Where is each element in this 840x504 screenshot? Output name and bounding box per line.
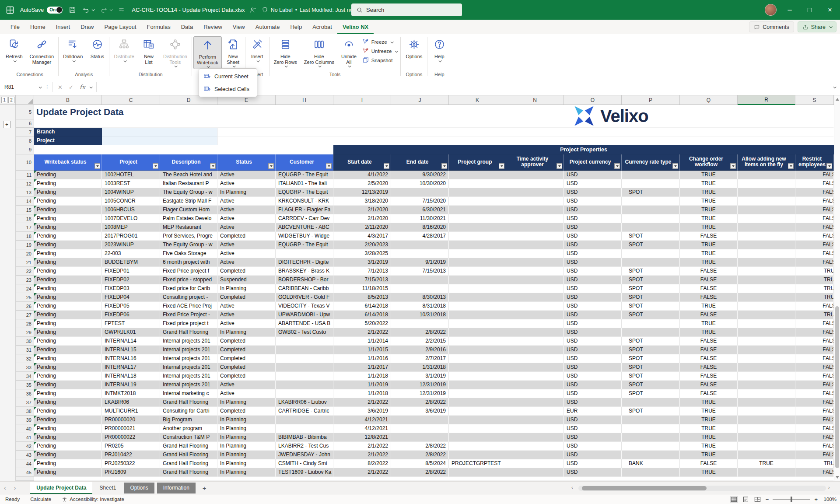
cell-description[interactable]: Consulting for Cartri bbox=[160, 407, 217, 416]
cell-customer[interactable]: UPWARDMOBI - Upw bbox=[276, 311, 333, 319]
cell-time-activity-approver[interactable] bbox=[506, 372, 564, 381]
cell-project[interactable]: INTERNAL16 bbox=[102, 354, 160, 363]
cell-project-group[interactable] bbox=[449, 284, 506, 293]
cell-customer[interactable] bbox=[276, 337, 333, 346]
cell-status[interactable]: In Planning bbox=[217, 416, 276, 424]
table-header-end-date[interactable]: End date bbox=[391, 154, 449, 171]
cell-status[interactable]: Completed bbox=[217, 346, 276, 354]
cell-project[interactable]: FIXEDP01 bbox=[102, 267, 160, 276]
column-header-N[interactable]: N bbox=[506, 95, 564, 105]
cell-change-order[interactable]: TRUE bbox=[680, 214, 738, 223]
cell-status[interactable]: In Planning bbox=[217, 433, 276, 442]
name-box[interactable]: R81 bbox=[2, 81, 44, 93]
cell-change-order[interactable]: TRUE bbox=[680, 171, 738, 179]
cell-start-date[interactable]: 3/6/2019 bbox=[333, 407, 391, 416]
cell-project[interactable]: INTERNAL18 bbox=[102, 372, 160, 381]
cell-writeback[interactable]: Pending bbox=[34, 459, 102, 468]
cell-start-date[interactable]: 7/1/2013 bbox=[333, 267, 391, 276]
cell-project[interactable]: FIXEDP05 bbox=[102, 302, 160, 311]
cell-start-date[interactable]: 1/1/2019 bbox=[333, 381, 391, 389]
cell-description[interactable]: Fixed price for Carib bbox=[160, 284, 217, 293]
cell-start-date[interactable]: 3/18/2020 bbox=[333, 197, 391, 206]
ribbon-button-status[interactable]: Status bbox=[87, 36, 108, 60]
table-header-restrict-employees[interactable]: Restrict employees bbox=[795, 154, 834, 171]
cell-start-date[interactable]: 4/1/2022 bbox=[333, 171, 391, 179]
cell-restrict[interactable]: FALSE bbox=[795, 214, 834, 223]
table-header-change-order-workflow[interactable]: Change order workflow bbox=[680, 154, 738, 171]
cell-empty[interactable] bbox=[34, 119, 834, 128]
cell-allow-new[interactable] bbox=[738, 293, 795, 302]
redo-icon[interactable] bbox=[100, 6, 112, 14]
column-header-C[interactable]: C bbox=[102, 95, 160, 105]
cell-project[interactable]: FIXEDP06 bbox=[102, 311, 160, 319]
cell-time-activity-approver[interactable] bbox=[506, 459, 564, 468]
cell-description[interactable]: Another program bbox=[160, 424, 217, 433]
cell-status[interactable]: Completed bbox=[217, 337, 276, 346]
tab-insert[interactable]: Insert bbox=[51, 20, 76, 34]
filter-button[interactable] bbox=[326, 163, 332, 169]
cell-status[interactable]: Active bbox=[217, 197, 276, 206]
cell-rate-type[interactable]: SPOT bbox=[622, 337, 680, 346]
cell-start-date[interactable]: 12/8/2021 bbox=[333, 433, 391, 442]
cell-currency[interactable]: USD bbox=[564, 363, 622, 372]
cell-empty[interactable] bbox=[217, 128, 834, 136]
cell-project-group[interactable] bbox=[449, 389, 506, 398]
table-header-description[interactable]: Description bbox=[160, 154, 217, 171]
cell-start-date[interactable]: 1/1/2017 bbox=[333, 363, 391, 372]
cell-start-date[interactable]: 1/1/2015 bbox=[333, 346, 391, 354]
cell-restrict[interactable]: FALSE bbox=[795, 171, 834, 179]
ribbon-button-perform-writeback[interactable]: Perform Writeback bbox=[193, 36, 222, 69]
cell-description[interactable]: Big Program bbox=[160, 416, 217, 424]
cell-customer[interactable]: BRASSKEY - Brass K bbox=[276, 267, 333, 276]
cell-time-activity-approver[interactable] bbox=[506, 328, 564, 337]
cell-start-date[interactable]: 2/1/2022 bbox=[333, 442, 391, 451]
cell-project[interactable]: MULTICURR1 bbox=[102, 407, 160, 416]
cell-project[interactable]: PRJ1609 bbox=[102, 468, 160, 477]
cell-allow-new[interactable] bbox=[738, 311, 795, 319]
cell-description[interactable]: Construction T&M P bbox=[160, 433, 217, 442]
cell-project[interactable]: FPTEST bbox=[102, 319, 160, 328]
cell-allow-new[interactable] bbox=[738, 363, 795, 372]
cell-currency[interactable]: USD bbox=[564, 346, 622, 354]
cell-start-date[interactable]: 2/20/2023 bbox=[333, 241, 391, 249]
filter-button[interactable] bbox=[730, 163, 736, 169]
cell-customer[interactable]: CSMITH - Cindy Smi bbox=[276, 459, 333, 468]
filter-button[interactable] bbox=[268, 163, 274, 169]
cell-allow-new[interactable] bbox=[738, 171, 795, 179]
table-header-currency-rate-type[interactable]: Currency rate type bbox=[622, 154, 680, 171]
cell-allow-new[interactable] bbox=[738, 241, 795, 249]
cell-status[interactable]: Active bbox=[217, 171, 276, 179]
cell-currency[interactable]: USD bbox=[564, 354, 622, 363]
outline-expand-button[interactable]: + bbox=[3, 121, 10, 128]
cell-description[interactable]: Fixed ACE Price Proj bbox=[160, 302, 217, 311]
zoom-out-button[interactable]: − bbox=[766, 496, 769, 503]
cell-project[interactable]: INTERNAL19 bbox=[102, 381, 160, 389]
cell-description[interactable]: Consulting project - bbox=[160, 293, 217, 302]
cell-end-date[interactable]: 2/8/2022 bbox=[391, 451, 449, 459]
cell-end-date[interactable]: 2/2/2015 bbox=[391, 337, 449, 346]
cell-project[interactable]: BUDGETBYM bbox=[102, 258, 160, 267]
row-header-28[interactable]: 28 bbox=[16, 319, 34, 328]
cell-writeback[interactable]: Pending bbox=[34, 258, 102, 267]
row-header-34[interactable]: 34 bbox=[16, 372, 34, 381]
cell-time-activity-approver[interactable] bbox=[506, 267, 564, 276]
cell-currency[interactable]: USD bbox=[564, 459, 622, 468]
cell-currency[interactable]: EUR bbox=[564, 407, 622, 416]
cell-change-order[interactable]: TRUE bbox=[680, 398, 738, 407]
cell-writeback[interactable]: Pending bbox=[34, 179, 102, 188]
vertical-scrollbar[interactable] bbox=[834, 95, 840, 481]
cell-project-group[interactable] bbox=[449, 293, 506, 302]
cell-project[interactable]: 2023WINUP bbox=[102, 241, 160, 249]
cell-writeback[interactable]: Pending bbox=[34, 442, 102, 451]
cell-start-date[interactable]: 3/1/2019 bbox=[333, 258, 391, 267]
row-header-38[interactable]: 38 bbox=[16, 407, 34, 416]
tab-review[interactable]: Review bbox=[198, 20, 228, 34]
cell-rate-type[interactable]: SPOT bbox=[622, 346, 680, 354]
cell-status[interactable]: Completed bbox=[217, 354, 276, 363]
row-header-30[interactable]: 30 bbox=[16, 337, 34, 346]
cell-restrict[interactable]: FALSE bbox=[795, 179, 834, 188]
cell-description[interactable]: Italian Restaurant P bbox=[160, 179, 217, 188]
filter-button[interactable] bbox=[499, 163, 504, 169]
cell-end-date[interactable]: 2/8/2022 bbox=[391, 398, 449, 407]
calculate-status[interactable]: Calculate bbox=[25, 497, 56, 502]
